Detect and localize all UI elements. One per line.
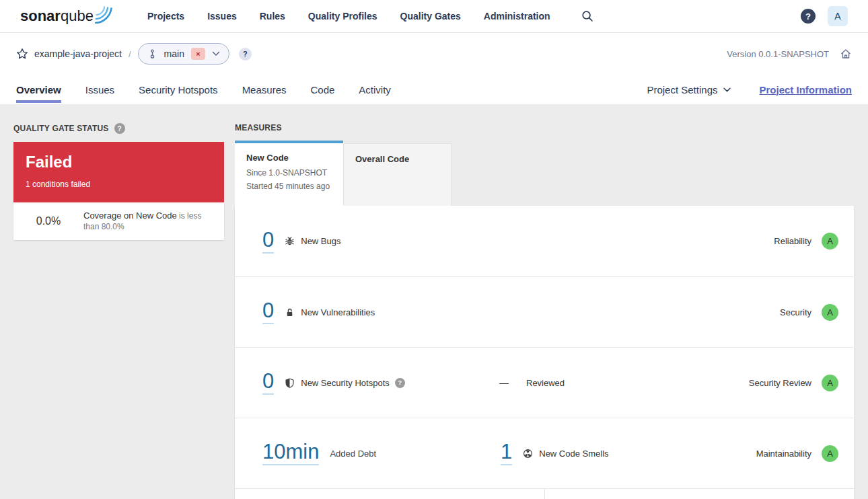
project-version: Version 0.0.1-SNAPSHOT	[727, 49, 829, 59]
security-rating-badge: A	[822, 304, 838, 321]
security-group: Security A	[780, 304, 838, 321]
next-section-right-cell	[545, 489, 854, 499]
search-icon[interactable]	[581, 10, 593, 22]
added-debt-label: Added Debt	[330, 449, 376, 459]
nav-item-projects[interactable]: Projects	[147, 11, 184, 22]
tab-new-code[interactable]: New Code Since 1.0-SNAPSHOT Started 45 m…	[235, 141, 343, 206]
new-hotspots-count-link[interactable]: 0	[262, 371, 274, 395]
home-icon[interactable]	[840, 48, 852, 60]
nav-item-rules[interactable]: Rules	[260, 11, 285, 22]
new-code-smells-count-link[interactable]: 1	[501, 441, 512, 465]
new-vulnerabilities-label: New Vulnerabilities	[301, 307, 375, 317]
breadcrumb: example-java-project / main × ? Version …	[0, 33, 868, 75]
help-icon[interactable]: ?	[801, 9, 816, 24]
tab-overall-code[interactable]: Overall Code	[343, 143, 451, 206]
branch-name: main	[164, 48, 184, 59]
top-navbar: sonarqube Projects Issues Rules Quality …	[0, 0, 868, 33]
security-label: Security	[780, 307, 811, 317]
nav-item-issues[interactable]: Issues	[207, 11, 237, 22]
sonarqube-logo[interactable]: sonarqube	[20, 7, 114, 25]
nav-item-quality-gates[interactable]: Quality Gates	[400, 11, 461, 22]
measures-card: 0 New Bugs Reliability	[235, 206, 854, 499]
branch-selector[interactable]: main ×	[138, 43, 229, 65]
sonarqube-logo-text: sonarqube	[20, 7, 94, 25]
measures-title: MEASURES	[235, 123, 854, 132]
project-tabbar: Overview Issues Security Hotspots Measur…	[0, 75, 868, 104]
project-settings-menu[interactable]: Project Settings	[647, 84, 731, 95]
breadcrumb-project-name[interactable]: example-java-project	[34, 48, 122, 59]
tab-issues[interactable]: Issues	[85, 75, 114, 104]
shield-icon	[285, 378, 295, 388]
added-debt-group: 10min Added Debt	[262, 441, 501, 465]
tabbar-right-group: Project Settings Project Information	[647, 75, 852, 104]
overall-code-tab-label: Overall Code	[355, 154, 439, 164]
measure-row-vulnerabilities: 0 New Vulnerabilities Security A	[235, 276, 854, 347]
quality-gate-status: Failed	[26, 153, 212, 171]
quality-gate-help-icon[interactable]: ?	[114, 123, 125, 134]
measure-row-maintainability: 10min Added Debt 1 New Code Smells Maint…	[235, 418, 854, 488]
logo-swoosh-icon	[95, 5, 114, 24]
avatar[interactable]: A	[828, 6, 848, 26]
maintainability-group: Maintainability A	[756, 445, 838, 462]
navbar-right-group: ? A	[801, 6, 848, 26]
condition-value: 0.0%	[13, 215, 83, 227]
hotspots-left-group: 0 New Security Hotspots ?	[262, 371, 499, 395]
quality-gate-conditions-summary: 1 conditions failed	[26, 180, 212, 189]
project-tabs: Overview Issues Security Hotspots Measur…	[16, 75, 391, 104]
quality-gate-panel: QUALITY GATE STATUS ? Failed 1 condition…	[13, 123, 224, 240]
new-bugs-label: New Bugs	[301, 236, 340, 246]
measure-row-hotspots: 0 New Security Hotspots ? — Reviewed Sec…	[235, 347, 854, 418]
chevron-down-icon[interactable]	[212, 51, 220, 56]
next-section-partial	[235, 488, 854, 499]
breadcrumb-separator: /	[129, 49, 131, 59]
project-information-link[interactable]: Project Information	[759, 84, 852, 95]
next-section-left-cell	[235, 489, 545, 499]
chevron-down-icon	[723, 87, 731, 92]
branch-help-icon[interactable]: ?	[239, 48, 252, 61]
code-smell-icon	[523, 449, 533, 459]
failed-condition-row[interactable]: 0.0% Coverage on New Code is less than 8…	[13, 202, 224, 240]
hotspots-help-icon[interactable]: ?	[395, 378, 405, 388]
new-code-smells-label: New Code Smells	[539, 449, 608, 459]
measure-row-bugs: 0 New Bugs Reliability	[235, 206, 854, 276]
new-code-tab-label: New Code	[246, 153, 332, 163]
security-review-group: Security Review A	[749, 375, 838, 391]
favorite-star-icon[interactable]	[16, 48, 28, 60]
maintainability-rating-badge: A	[822, 445, 838, 462]
added-debt-link[interactable]: 10min	[262, 441, 319, 465]
tab-activity[interactable]: Activity	[359, 75, 391, 104]
condition-description: Coverage on New Code is less than 80.0%	[83, 210, 224, 232]
tab-overview[interactable]: Overview	[16, 75, 61, 104]
tab-measures[interactable]: Measures	[242, 75, 287, 104]
reviewed-label: Reviewed	[526, 378, 565, 388]
main-nav: Projects Issues Rules Quality Profiles Q…	[147, 11, 550, 22]
maintainability-label: Maintainability	[756, 449, 811, 459]
clear-branch-icon[interactable]: ×	[191, 48, 205, 60]
project-settings-label: Project Settings	[647, 84, 717, 95]
reviewed-value: —	[499, 377, 509, 388]
tab-code[interactable]: Code	[310, 75, 334, 104]
new-bugs-count-link[interactable]: 0	[262, 229, 274, 254]
measures-title-text: MEASURES	[235, 123, 282, 132]
bug-icon	[285, 236, 295, 246]
quality-gate-status-card: Failed 1 conditions failed	[13, 142, 224, 202]
measures-tabs: New Code Since 1.0-SNAPSHOT Started 45 m…	[235, 141, 854, 206]
breadcrumb-right-group: Version 0.0.1-SNAPSHOT	[727, 48, 852, 60]
lock-open-icon	[285, 307, 295, 317]
new-code-started: Started 45 minutes ago	[246, 182, 332, 191]
new-code-since: Since 1.0-SNAPSHOT	[246, 168, 332, 178]
quality-gate-title: QUALITY GATE STATUS ?	[13, 123, 224, 134]
new-hotspots-label: New Security Hotspots	[301, 378, 390, 388]
reliability-label: Reliability	[774, 236, 811, 246]
condition-metric: Coverage on New Code	[83, 210, 177, 221]
quality-gate-title-text: QUALITY GATE STATUS	[13, 124, 109, 133]
tab-security-hotspots[interactable]: Security Hotspots	[139, 75, 218, 104]
security-review-label: Security Review	[749, 378, 811, 388]
reliability-rating-badge: A	[822, 233, 838, 250]
measures-panel: MEASURES New Code Since 1.0-SNAPSHOT Sta…	[235, 123, 854, 499]
overview-content: QUALITY GATE STATUS ? Failed 1 condition…	[0, 104, 868, 499]
security-review-rating-badge: A	[822, 375, 838, 391]
nav-item-quality-profiles[interactable]: Quality Profiles	[308, 11, 377, 22]
nav-item-administration[interactable]: Administration	[484, 11, 550, 22]
new-vulnerabilities-count-link[interactable]: 0	[262, 300, 274, 324]
